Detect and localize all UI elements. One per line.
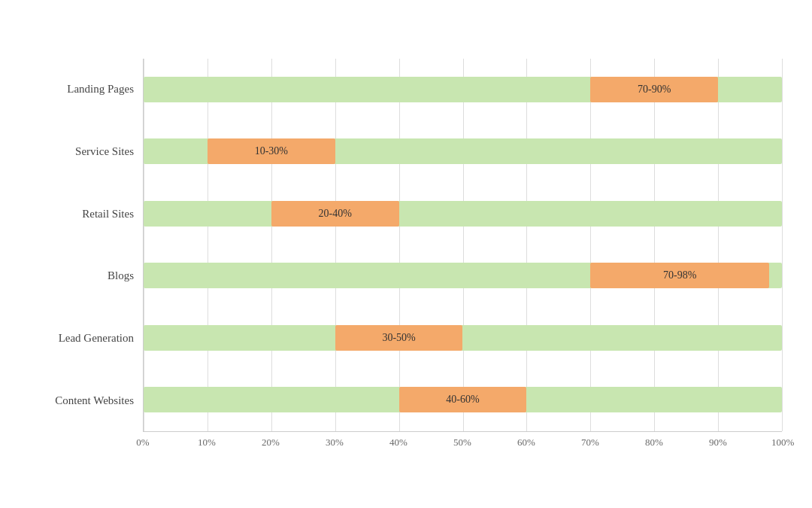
- bar-highlight: 70-90%: [590, 77, 718, 102]
- x-tick: 100%: [771, 437, 792, 449]
- y-label: Content Websites: [30, 382, 143, 419]
- x-tick: 0%: [132, 437, 153, 449]
- bar-highlight: 70-98%: [590, 263, 769, 288]
- grid-line: [526, 59, 527, 431]
- bar-row: 40-60%: [144, 382, 782, 418]
- bar-row: 20-40%: [144, 196, 782, 232]
- y-label: Lead Generation: [30, 319, 143, 357]
- grid-line: [208, 59, 208, 431]
- bar-range-label: 70-90%: [638, 84, 671, 96]
- x-tick: 90%: [707, 437, 729, 449]
- bar-highlight: 20-40%: [271, 201, 399, 227]
- bar-track: 70-90%: [144, 77, 782, 102]
- bar-row: 30-50%: [144, 320, 782, 356]
- x-tick: 30%: [324, 437, 345, 449]
- bar-track: 40-60%: [144, 387, 782, 412]
- y-label: Blogs: [30, 257, 143, 295]
- bar-highlight: 30-50%: [335, 325, 463, 351]
- grid-line: [335, 59, 336, 431]
- y-label: Service Sites: [30, 132, 143, 170]
- bar-range-label: 40-60%: [446, 394, 479, 406]
- grid-line: [271, 59, 272, 431]
- bar-track: 70-98%: [144, 263, 782, 288]
- x-tick: 60%: [516, 437, 537, 449]
- grid-line: [654, 59, 655, 431]
- bars-area: 70-90%10-30%20-40%70-98%30-50%40-60%: [143, 59, 782, 432]
- bar-row: 70-98%: [144, 257, 782, 294]
- bar-range-label: 20-40%: [319, 208, 352, 220]
- grid-lines: [144, 59, 782, 431]
- bar-track: 30-50%: [144, 325, 782, 351]
- x-tick: 50%: [452, 437, 473, 449]
- bar-row: 10-30%: [144, 133, 782, 169]
- bar-highlight: 40-60%: [399, 387, 527, 412]
- bar-track: 20-40%: [144, 201, 782, 227]
- y-label: Retail Sites: [30, 195, 143, 233]
- chart-body: Landing PagesService SitesRetail SitesBl…: [30, 59, 782, 450]
- x-tick: 10%: [196, 437, 217, 449]
- grid-line: [144, 59, 144, 431]
- bar-highlight: 10-30%: [208, 138, 335, 164]
- x-tick: 80%: [644, 437, 665, 449]
- bar-range-label: 30-50%: [382, 332, 415, 344]
- chart-inner: Landing PagesService SitesRetail SitesBl…: [30, 59, 782, 432]
- bar-track: 10-30%: [144, 138, 782, 164]
- bar-range-label: 70-98%: [663, 269, 696, 281]
- x-tick: 70%: [580, 437, 601, 449]
- grid-line: [590, 59, 591, 431]
- chart-container: Landing PagesService SitesRetail SitesBl…: [15, 14, 797, 495]
- grid-line: [463, 59, 464, 431]
- x-tick: 40%: [388, 437, 409, 449]
- grid-line: [782, 59, 783, 431]
- grid-line: [399, 59, 400, 431]
- bar-range-label: 10-30%: [255, 145, 288, 157]
- y-label: Landing Pages: [30, 71, 143, 108]
- x-axis: 0%10%20%30%40%50%60%70%80%90%100%: [143, 432, 782, 450]
- grid-line: [718, 59, 719, 431]
- y-labels: Landing PagesService SitesRetail SitesBl…: [30, 59, 143, 432]
- x-tick: 20%: [260, 437, 281, 449]
- bar-row: 70-90%: [144, 71, 782, 108]
